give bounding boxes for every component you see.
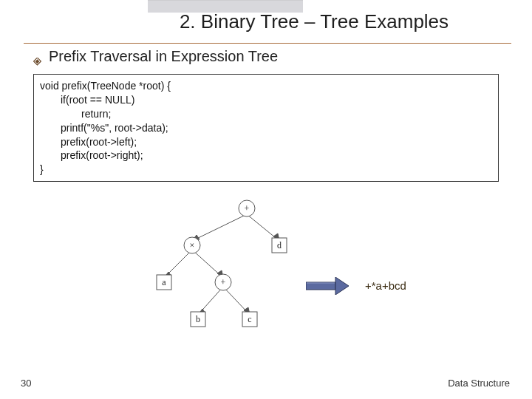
- code-line: void prefix(TreeNode *root) {: [40, 79, 492, 93]
- title-underline: [24, 43, 511, 44]
- svg-marker-22: [335, 277, 349, 295]
- slide-title: 2. Binary Tree – Tree Examples: [0, 10, 525, 33]
- arrow-right-icon: [306, 277, 349, 295]
- traversal-result: +*a+bcd: [365, 279, 406, 292]
- tree-node: b: [196, 314, 200, 324]
- code-line: printf("%s", root->data);: [40, 121, 492, 135]
- page-number: 30: [21, 378, 31, 389]
- tree-node: +: [245, 203, 250, 214]
- tree-node: +: [221, 277, 226, 287]
- code-line: }: [40, 163, 492, 177]
- diamond-bullet-icon: [33, 52, 41, 61]
- subtitle-row: Prefix Traversal in Expression Tree: [33, 48, 278, 65]
- footer-label: Data Structure: [448, 378, 510, 389]
- code-line: if(root == NULL): [40, 93, 492, 107]
- subtitle-text: Prefix Traversal in Expression Tree: [49, 48, 278, 65]
- tree-node: ×: [190, 240, 195, 250]
- code-line: prefix(root->right);: [40, 149, 492, 163]
- code-line: return;: [40, 107, 492, 121]
- tree-node: d: [277, 240, 282, 250]
- tree-node: c: [248, 314, 251, 324]
- expression-tree-diagram: + × d a + b c: [143, 198, 295, 338]
- tree-node: a: [162, 277, 166, 287]
- svg-line-2: [192, 214, 247, 241]
- code-line: prefix(root->left);: [40, 135, 492, 149]
- code-block: void prefix(TreeNode *root) { if(root ==…: [33, 74, 499, 182]
